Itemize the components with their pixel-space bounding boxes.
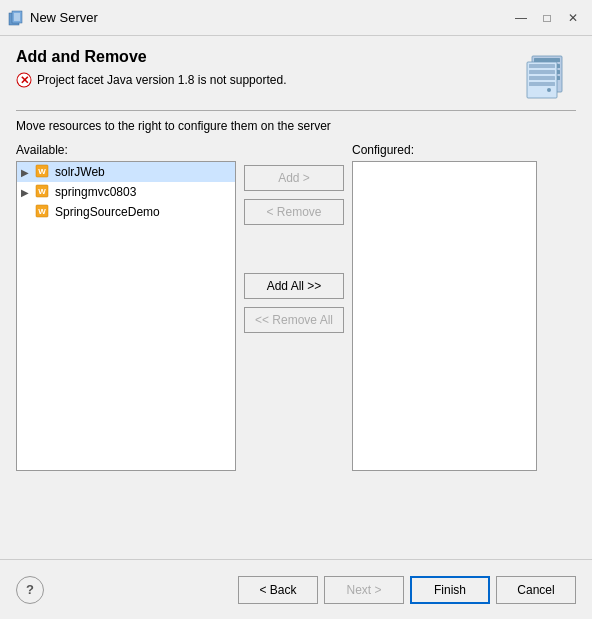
svg-point-19 bbox=[547, 88, 551, 92]
expand-icon: ▶ bbox=[21, 167, 33, 178]
list-item[interactable]: ▶ W springmvc0803 bbox=[17, 182, 235, 202]
instruction-text: Move resources to the right to configure… bbox=[16, 119, 576, 133]
available-section: Available: ▶ W solrJWeb ▶ bbox=[16, 143, 236, 471]
available-label: Available: bbox=[16, 143, 236, 157]
header-separator bbox=[16, 110, 576, 111]
action-buttons: Add > < Remove Add All >> << Remove All bbox=[236, 143, 352, 333]
help-button[interactable]: ? bbox=[16, 576, 44, 604]
remove-all-button[interactable]: << Remove All bbox=[244, 307, 344, 333]
web-app-icon: W bbox=[35, 164, 51, 180]
dialog-body: Add and Remove ✕ Project facet Java vers… bbox=[0, 36, 592, 471]
available-list[interactable]: ▶ W solrJWeb ▶ W bbox=[16, 161, 236, 471]
minimize-button[interactable]: — bbox=[510, 7, 532, 29]
svg-rect-16 bbox=[529, 70, 555, 74]
maximize-button[interactable]: □ bbox=[536, 7, 558, 29]
nav-buttons: < Back Next > Finish Cancel bbox=[238, 576, 576, 604]
configured-list[interactable] bbox=[352, 161, 537, 471]
window-title: New Server bbox=[30, 10, 510, 25]
window-controls: — □ ✕ bbox=[510, 7, 584, 29]
list-item-text: SpringSourceDemo bbox=[55, 205, 160, 219]
svg-text:W: W bbox=[38, 167, 46, 176]
add-all-button[interactable]: Add All >> bbox=[244, 273, 344, 299]
svg-text:✕: ✕ bbox=[20, 74, 29, 86]
server-icon bbox=[522, 48, 576, 102]
list-item[interactable]: ▶ W SpringSourceDemo bbox=[17, 202, 235, 222]
svg-text:W: W bbox=[38, 207, 46, 216]
back-button[interactable]: < Back bbox=[238, 576, 318, 604]
svg-rect-18 bbox=[529, 82, 555, 86]
web-app-icon: W bbox=[35, 184, 51, 200]
error-icon: ✕ bbox=[16, 72, 32, 88]
page-title: Add and Remove bbox=[16, 48, 286, 66]
close-button[interactable]: ✕ bbox=[562, 7, 584, 29]
header-left: Add and Remove ✕ Project facet Java vers… bbox=[16, 48, 286, 88]
svg-text:W: W bbox=[38, 187, 46, 196]
error-message-area: ✕ Project facet Java version 1.8 is not … bbox=[16, 72, 286, 88]
expand-icon: ▶ bbox=[21, 187, 33, 198]
list-item[interactable]: ▶ W solrJWeb bbox=[17, 162, 235, 182]
window-icon bbox=[8, 10, 24, 26]
list-item-text: solrJWeb bbox=[55, 165, 105, 179]
configured-label: Configured: bbox=[352, 143, 537, 157]
titlebar: New Server — □ ✕ bbox=[0, 0, 592, 36]
remove-button[interactable]: < Remove bbox=[244, 199, 344, 225]
next-button[interactable]: Next > bbox=[324, 576, 404, 604]
finish-button[interactable]: Finish bbox=[410, 576, 490, 604]
list-item-text: springmvc0803 bbox=[55, 185, 136, 199]
header-section: Add and Remove ✕ Project facet Java vers… bbox=[16, 48, 576, 102]
svg-rect-17 bbox=[529, 76, 555, 80]
web-app-icon: W bbox=[35, 204, 51, 220]
nav-footer: ? < Back Next > Finish Cancel bbox=[0, 559, 592, 619]
svg-rect-1 bbox=[12, 11, 22, 23]
configured-section: Configured: bbox=[352, 143, 537, 471]
error-text: Project facet Java version 1.8 is not su… bbox=[37, 73, 286, 87]
svg-rect-10 bbox=[534, 58, 560, 62]
content-area: Available: ▶ W solrJWeb ▶ bbox=[16, 143, 576, 471]
cancel-button[interactable]: Cancel bbox=[496, 576, 576, 604]
svg-rect-15 bbox=[529, 64, 555, 68]
add-button[interactable]: Add > bbox=[244, 165, 344, 191]
